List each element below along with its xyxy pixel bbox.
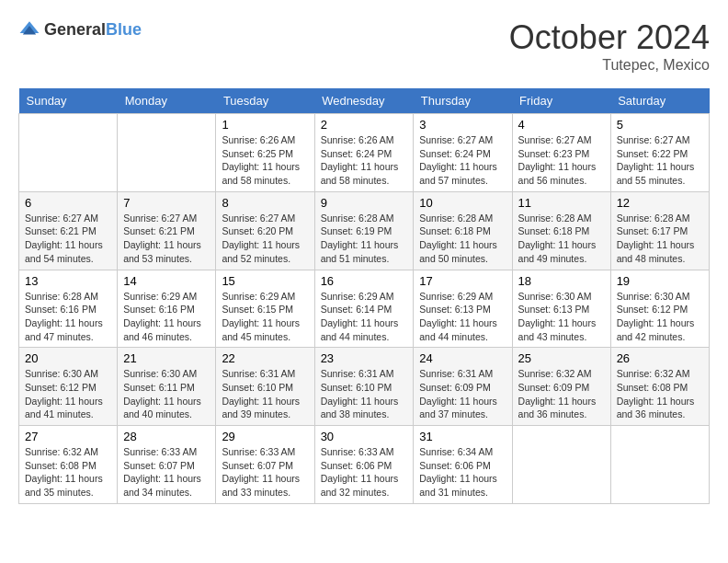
calendar-cell: 31Sunrise: 6:34 AM Sunset: 6:06 PM Dayli… [414,426,512,504]
calendar-cell: 4Sunrise: 6:27 AM Sunset: 6:23 PM Daylig… [512,114,610,192]
calendar-cell: 8Sunrise: 6:27 AM Sunset: 6:20 PM Daylig… [216,191,314,270]
day-info: Sunrise: 6:28 AM Sunset: 6:16 PM Dayligh… [25,290,111,344]
calendar-cell: 6Sunrise: 6:27 AM Sunset: 6:21 PM Daylig… [19,191,118,270]
day-number: 23 [321,351,408,365]
calendar-cell: 11Sunrise: 6:28 AM Sunset: 6:18 PM Dayli… [512,191,610,270]
day-info: Sunrise: 6:28 AM Sunset: 6:19 PM Dayligh… [321,212,408,266]
day-number: 18 [518,274,605,288]
day-info: Sunrise: 6:31 AM Sunset: 6:10 PM Dayligh… [321,367,408,421]
calendar-cell: 10Sunrise: 6:28 AM Sunset: 6:18 PM Dayli… [414,191,512,270]
day-number: 28 [123,430,210,443]
header-row: SundayMondayTuesdayWednesdayThursdayFrid… [19,88,710,114]
calendar-header: SundayMondayTuesdayWednesdayThursdayFrid… [19,88,710,114]
week-row-2: 6Sunrise: 6:27 AM Sunset: 6:21 PM Daylig… [19,191,710,270]
day-header-sunday: Sunday [19,88,118,114]
calendar-cell: 28Sunrise: 6:33 AM Sunset: 6:07 PM Dayli… [118,426,216,504]
week-row-1: 1Sunrise: 6:26 AM Sunset: 6:25 PM Daylig… [19,114,710,192]
location-title: Tutepec, Mexico [509,57,710,74]
day-header-thursday: Thursday [414,88,512,114]
day-number: 22 [222,351,308,365]
day-number: 11 [518,196,605,210]
day-number: 5 [617,118,703,132]
calendar-cell: 23Sunrise: 6:31 AM Sunset: 6:10 PM Dayli… [314,348,414,426]
day-number: 9 [321,196,408,210]
day-info: Sunrise: 6:28 AM Sunset: 6:18 PM Dayligh… [419,212,506,266]
day-info: Sunrise: 6:30 AM Sunset: 6:12 PM Dayligh… [25,367,111,421]
day-info: Sunrise: 6:27 AM Sunset: 6:22 PM Dayligh… [617,133,703,188]
week-row-3: 13Sunrise: 6:28 AM Sunset: 6:16 PM Dayli… [19,270,710,348]
calendar-cell: 16Sunrise: 6:29 AM Sunset: 6:14 PM Dayli… [314,270,414,348]
day-info: Sunrise: 6:28 AM Sunset: 6:18 PM Dayligh… [518,212,605,266]
day-header-saturday: Saturday [610,88,709,114]
day-header-friday: Friday [512,88,610,114]
month-title-block: October 2024 Tutepec, Mexico [509,18,710,74]
calendar-cell: 21Sunrise: 6:30 AM Sunset: 6:11 PM Dayli… [118,348,216,426]
day-info: Sunrise: 6:30 AM Sunset: 6:12 PM Dayligh… [617,290,703,344]
day-number: 29 [222,430,308,443]
calendar-cell: 13Sunrise: 6:28 AM Sunset: 6:16 PM Dayli… [19,270,118,348]
calendar-cell [19,114,118,192]
day-number: 20 [25,351,111,365]
day-header-tuesday: Tuesday [216,88,314,114]
day-number: 13 [25,274,111,288]
calendar-cell: 29Sunrise: 6:33 AM Sunset: 6:07 PM Dayli… [216,426,314,504]
day-number: 17 [419,274,506,288]
calendar-cell: 3Sunrise: 6:27 AM Sunset: 6:24 PM Daylig… [414,114,512,192]
day-number: 27 [25,430,111,443]
page-header: GeneralBlue October 2024 Tutepec, Mexico [18,18,710,74]
logo: GeneralBlue [18,18,142,40]
day-number: 6 [25,196,111,210]
day-number: 3 [419,118,506,132]
day-info: Sunrise: 6:32 AM Sunset: 6:08 PM Dayligh… [617,367,703,421]
week-row-5: 27Sunrise: 6:32 AM Sunset: 6:08 PM Dayli… [19,426,710,504]
day-number: 12 [617,196,703,210]
day-info: Sunrise: 6:33 AM Sunset: 6:07 PM Dayligh… [123,445,210,500]
calendar-table: SundayMondayTuesdayWednesdayThursdayFrid… [18,88,710,504]
calendar-cell: 24Sunrise: 6:31 AM Sunset: 6:09 PM Dayli… [414,348,512,426]
day-info: Sunrise: 6:30 AM Sunset: 6:13 PM Dayligh… [518,290,605,344]
day-info: Sunrise: 6:29 AM Sunset: 6:14 PM Dayligh… [321,290,408,344]
calendar-cell [118,114,216,192]
calendar-cell: 17Sunrise: 6:29 AM Sunset: 6:13 PM Dayli… [414,270,512,348]
calendar-cell: 20Sunrise: 6:30 AM Sunset: 6:12 PM Dayli… [19,348,118,426]
day-info: Sunrise: 6:27 AM Sunset: 6:20 PM Dayligh… [222,212,308,266]
calendar-cell: 5Sunrise: 6:27 AM Sunset: 6:22 PM Daylig… [610,114,709,192]
calendar-cell: 27Sunrise: 6:32 AM Sunset: 6:08 PM Dayli… [19,426,118,504]
calendar-cell: 12Sunrise: 6:28 AM Sunset: 6:17 PM Dayli… [610,191,709,270]
calendar-cell: 9Sunrise: 6:28 AM Sunset: 6:19 PM Daylig… [314,191,414,270]
day-number: 15 [222,274,308,288]
calendar-cell [512,426,610,504]
calendar-cell: 18Sunrise: 6:30 AM Sunset: 6:13 PM Dayli… [512,270,610,348]
day-info: Sunrise: 6:28 AM Sunset: 6:17 PM Dayligh… [617,212,703,266]
logo-general-text: GeneralBlue [44,20,142,40]
calendar-cell: 30Sunrise: 6:33 AM Sunset: 6:06 PM Dayli… [314,426,414,504]
day-number: 16 [321,274,408,288]
logo-icon [18,18,40,40]
day-number: 7 [123,196,210,210]
day-info: Sunrise: 6:33 AM Sunset: 6:06 PM Dayligh… [321,445,408,500]
calendar-cell: 2Sunrise: 6:26 AM Sunset: 6:24 PM Daylig… [314,114,414,192]
day-number: 8 [222,196,308,210]
day-info: Sunrise: 6:27 AM Sunset: 6:21 PM Dayligh… [123,212,210,266]
calendar-cell: 14Sunrise: 6:29 AM Sunset: 6:16 PM Dayli… [118,270,216,348]
day-number: 24 [419,351,506,365]
calendar-body: 1Sunrise: 6:26 AM Sunset: 6:25 PM Daylig… [19,114,710,504]
day-info: Sunrise: 6:31 AM Sunset: 6:10 PM Dayligh… [222,367,308,421]
calendar-cell: 22Sunrise: 6:31 AM Sunset: 6:10 PM Dayli… [216,348,314,426]
day-info: Sunrise: 6:29 AM Sunset: 6:15 PM Dayligh… [222,290,308,344]
day-header-monday: Monday [118,88,216,114]
day-number: 30 [321,430,408,443]
day-number: 26 [617,351,703,365]
day-number: 1 [222,118,308,132]
day-number: 2 [321,118,408,132]
day-number: 14 [123,274,210,288]
calendar-cell: 19Sunrise: 6:30 AM Sunset: 6:12 PM Dayli… [610,270,709,348]
day-number: 10 [419,196,506,210]
calendar-cell: 26Sunrise: 6:32 AM Sunset: 6:08 PM Dayli… [610,348,709,426]
day-info: Sunrise: 6:33 AM Sunset: 6:07 PM Dayligh… [222,445,308,500]
day-info: Sunrise: 6:26 AM Sunset: 6:25 PM Dayligh… [222,133,308,188]
day-number: 4 [518,118,605,132]
day-number: 31 [419,430,506,443]
month-title: October 2024 [509,18,710,57]
day-info: Sunrise: 6:26 AM Sunset: 6:24 PM Dayligh… [321,133,408,188]
